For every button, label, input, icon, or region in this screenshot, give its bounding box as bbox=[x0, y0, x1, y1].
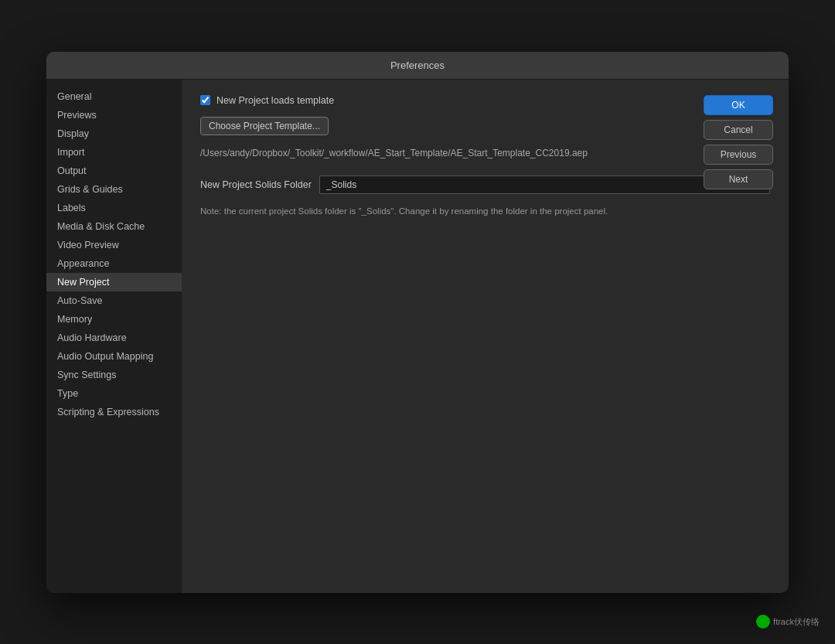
sidebar-item-type[interactable]: Type bbox=[46, 384, 182, 403]
window-body: GeneralPreviewsDisplayImportOutputGrids … bbox=[46, 80, 789, 593]
sidebar-item-audio-hardware[interactable]: Audio Hardware bbox=[46, 329, 182, 347]
buttons-panel: OK Cancel Previous Next bbox=[704, 95, 773, 189]
sidebar-item-video-preview[interactable]: Video Preview bbox=[46, 236, 182, 254]
sidebar-item-grids---guides[interactable]: Grids & Guides bbox=[46, 180, 182, 199]
solids-folder-row: New Project Solids Folder bbox=[200, 175, 770, 194]
watermark-text: ftrack伏传络 bbox=[773, 616, 820, 628]
previous-button[interactable]: Previous bbox=[704, 145, 773, 165]
cancel-button[interactable]: Cancel bbox=[704, 120, 773, 140]
watermark: ftrack伏传络 bbox=[756, 615, 820, 629]
sidebar-item-output[interactable]: Output bbox=[46, 162, 182, 180]
sidebar-item-appearance[interactable]: Appearance bbox=[46, 254, 182, 273]
new-project-template-row: New Project loads template bbox=[200, 95, 770, 106]
solids-folder-label: New Project Solids Folder bbox=[200, 179, 312, 190]
sidebar-item-general[interactable]: General bbox=[46, 87, 182, 106]
sidebar-item-import[interactable]: Import bbox=[46, 143, 182, 162]
solids-folder-note: Note: the current project Solids folder … bbox=[200, 205, 770, 218]
sidebar-item-audio-output-mapping[interactable]: Audio Output Mapping bbox=[46, 347, 182, 366]
solids-folder-input[interactable] bbox=[319, 175, 770, 194]
new-project-template-label: New Project loads template bbox=[216, 95, 334, 106]
sidebar: GeneralPreviewsDisplayImportOutputGrids … bbox=[46, 80, 182, 593]
sidebar-item-display[interactable]: Display bbox=[46, 124, 182, 143]
sidebar-item-new-project[interactable]: New Project bbox=[46, 273, 182, 291]
preferences-window: Preferences GeneralPreviewsDisplayImport… bbox=[46, 52, 789, 593]
main-content: OK Cancel Previous Next New Project load… bbox=[182, 80, 789, 593]
template-path: /Users/andy/Dropbox/_Toolkit/_workflow/A… bbox=[200, 146, 770, 160]
sidebar-item-previews[interactable]: Previews bbox=[46, 106, 182, 124]
choose-template-button[interactable]: Choose Project Template... bbox=[200, 117, 329, 135]
title-bar: Preferences bbox=[46, 52, 789, 80]
ok-button[interactable]: OK bbox=[704, 95, 773, 115]
sidebar-item-labels[interactable]: Labels bbox=[46, 199, 182, 217]
next-button[interactable]: Next bbox=[704, 169, 773, 189]
new-project-loads-template-checkbox[interactable] bbox=[200, 95, 210, 105]
watermark-icon bbox=[756, 615, 770, 629]
choose-template-btn-wrapper: Choose Project Template... bbox=[200, 117, 770, 146]
sidebar-item-auto-save[interactable]: Auto-Save bbox=[46, 291, 182, 310]
sidebar-item-scripting---expressions[interactable]: Scripting & Expressions bbox=[46, 403, 182, 421]
sidebar-item-sync-settings[interactable]: Sync Settings bbox=[46, 366, 182, 384]
window-title: Preferences bbox=[390, 60, 445, 71]
sidebar-item-memory[interactable]: Memory bbox=[46, 310, 182, 329]
sidebar-item-media---disk-cache[interactable]: Media & Disk Cache bbox=[46, 217, 182, 236]
